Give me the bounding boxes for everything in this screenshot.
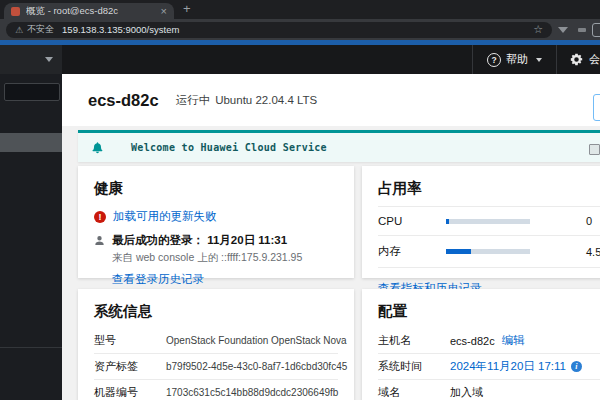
last-login-source: 来自 web console 上的 ::ffff:175.9.231.95 xyxy=(112,251,338,265)
configuration-card: 配置 主机名 ecs-d82c 编辑 系统时间 2024年11月20日 17:1… xyxy=(362,289,600,400)
login-history-link[interactable]: 查看登录历史记录 xyxy=(112,273,204,285)
browser-tab-strip: 概览 - root@ecs-d82c × + xyxy=(0,0,600,19)
masthead: ? 帮助 会 xyxy=(62,45,600,74)
chevron-down-icon xyxy=(536,58,542,62)
page-header: ecs-d82c 运行中 Ubuntu 22.04.4 LTS xyxy=(62,74,600,126)
memory-label: 内存 xyxy=(378,244,446,259)
usage-title: 占用率 xyxy=(378,179,600,198)
address-bar[interactable]: ⚠ 不安全 159.138.3.135:9000/system ☆ xyxy=(6,22,552,38)
system-time-label: 系统时间 xyxy=(378,359,450,374)
info-icon[interactable]: i xyxy=(571,361,582,372)
new-tab-button[interactable]: + xyxy=(183,1,191,16)
usage-card: 占用率 CPU 0 内存 4.5 查看指标和历史记录 xyxy=(362,166,600,278)
motd-banner: Welcome to Huawei Cloud Service xyxy=(78,130,600,162)
configuration-title: 配置 xyxy=(378,302,600,321)
memory-usage-row: 内存 4.5 xyxy=(378,236,600,268)
last-login-time: 11月20日 11:31 xyxy=(207,234,287,246)
insecure-warning-icon[interactable]: ⚠ xyxy=(15,25,23,35)
machine-id-label: 机器编号 xyxy=(94,385,166,400)
url-text[interactable]: 159.138.3.135:9000/system xyxy=(62,24,179,35)
help-label: 帮助 xyxy=(506,52,528,67)
bell-icon xyxy=(91,141,104,154)
sidebar-divider xyxy=(0,347,62,348)
host-switcher[interactable] xyxy=(0,45,62,74)
downloads-icon[interactable] xyxy=(558,27,568,33)
user-icon xyxy=(94,235,105,246)
table-row: 资产标签 b79f9502-4d5e-43c0-8af7-1d6cbd30fc4… xyxy=(94,354,338,380)
cpu-label: CPU xyxy=(378,215,446,227)
browser-tab[interactable]: 概览 - root@ecs-d82c × xyxy=(4,3,174,19)
host-state: 运行中 xyxy=(176,93,211,108)
hostname-value: ecs-d82c xyxy=(450,335,495,347)
motd-text: Welcome to Huawei Cloud Service xyxy=(131,142,327,153)
table-row: 系统时间 2024年11月20日 17:11 i xyxy=(378,354,600,380)
memory-progress-fill xyxy=(446,249,471,254)
banner-action-icon[interactable] xyxy=(589,144,600,155)
hostname-label: 主机名 xyxy=(378,333,450,348)
help-icon: ? xyxy=(487,53,501,67)
sidebar-item-overview[interactable] xyxy=(0,133,62,152)
health-card: 健康 ! 加载可用的更新失败 最后成功的登录： 11月20日 11:31 来自 … xyxy=(78,166,354,278)
domain-label: 域名 xyxy=(378,385,450,400)
security-label[interactable]: 不安全 xyxy=(27,23,54,36)
tab-favicon xyxy=(11,7,20,16)
nav-search-input[interactable] xyxy=(4,83,60,101)
edit-hostname-link[interactable]: 编辑 xyxy=(502,333,525,348)
table-row: 主机名 ecs-d82c 编辑 xyxy=(378,328,600,354)
updates-failed-link[interactable]: 加载可用的更新失败 xyxy=(113,209,217,224)
extensions-icon[interactable] xyxy=(578,28,586,32)
health-title: 健康 xyxy=(94,179,338,198)
chevron-down-icon xyxy=(45,57,53,62)
memory-value: 4.5 xyxy=(586,246,600,258)
asset-tag-value: b79f9502-4d5e-43c0-8af7-1d6cbd30fc45 xyxy=(166,361,347,372)
browser-toolbar: ⚠ 不安全 159.138.3.135:9000/system ☆ xyxy=(0,19,600,40)
bookmark-star-icon[interactable]: ☆ xyxy=(533,23,543,36)
error-icon: ! xyxy=(94,211,106,223)
system-info-card: 系统信息 型号 OpenStack Foundation OpenStack N… xyxy=(78,289,354,400)
browser-profile-icon[interactable] xyxy=(592,23,600,37)
table-row: 域名 加入域 xyxy=(378,380,600,400)
asset-tag-label: 资产标签 xyxy=(94,359,166,374)
header-action-button-partial[interactable] xyxy=(593,94,600,121)
machine-id-value: 1703c631c5c14bb88d9dcdc2306649fb xyxy=(166,387,338,398)
session-menu[interactable]: 会 xyxy=(557,52,600,67)
cpu-usage-row: CPU 0 xyxy=(378,206,600,236)
cpu-value: 0 xyxy=(586,215,592,227)
host-os: Ubuntu 22.04.4 LTS xyxy=(215,94,317,106)
join-domain-value[interactable]: 加入域 xyxy=(450,385,483,400)
cpu-progress-fill xyxy=(446,219,449,224)
model-value: OpenStack Foundation OpenStack Nova xyxy=(166,335,347,346)
system-info-title: 系统信息 xyxy=(94,302,338,321)
nav-sidebar xyxy=(0,74,62,400)
table-row: 型号 OpenStack Foundation OpenStack Nova xyxy=(94,328,338,354)
tab-close-icon[interactable]: × xyxy=(161,6,167,17)
session-label: 会 xyxy=(589,52,600,67)
cpu-progress-bar xyxy=(446,219,530,224)
last-login-label: 最后成功的登录： xyxy=(112,234,204,246)
memory-progress-bar xyxy=(446,249,530,254)
page-title: ecs-d82c xyxy=(88,91,159,110)
help-menu[interactable]: ? 帮助 xyxy=(473,52,556,67)
model-label: 型号 xyxy=(94,333,166,348)
gear-icon xyxy=(570,53,583,66)
system-time-link[interactable]: 2024年11月20日 17:11 xyxy=(450,359,566,374)
table-row: 机器编号 1703c631c5c14bb88d9dcdc2306649fb xyxy=(94,380,338,400)
tab-title: 概览 - root@ecs-d82c xyxy=(26,5,157,18)
